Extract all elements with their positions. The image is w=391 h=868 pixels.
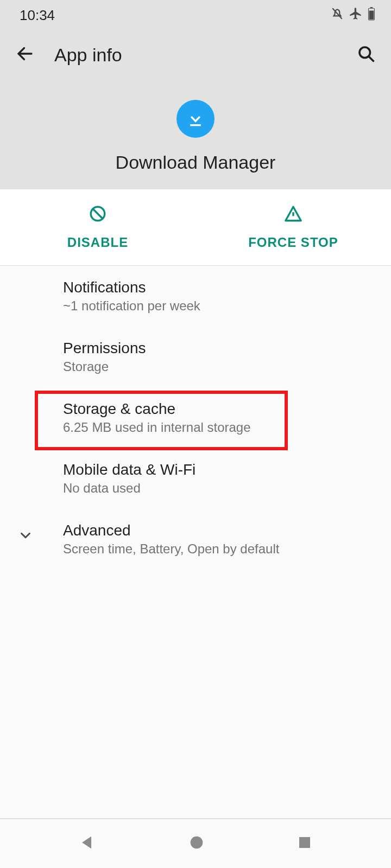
- status-bar: 10:34: [0, 0, 391, 30]
- item-sub: Storage: [63, 359, 391, 374]
- header: App info Download Manager: [0, 30, 391, 189]
- force-stop-button[interactable]: FORCE STOP: [195, 189, 391, 265]
- svg-rect-1: [370, 7, 373, 8]
- mute-icon: [330, 7, 344, 24]
- action-row: DISABLE FORCE STOP: [0, 189, 391, 266]
- settings-list: Notifications ~1 notification per week P…: [0, 266, 391, 570]
- item-sub: ~1 notification per week: [63, 298, 391, 314]
- back-button[interactable]: [15, 44, 35, 66]
- item-title: Mobile data & Wi-Fi: [63, 461, 391, 478]
- advanced-item[interactable]: Advanced Screen time, Battery, Open by d…: [0, 509, 391, 570]
- search-button[interactable]: [356, 44, 376, 66]
- item-title: Advanced: [63, 522, 391, 539]
- item-sub: Screen time, Battery, Open by default: [63, 541, 391, 557]
- svg-rect-4: [190, 124, 201, 126]
- disable-icon: [89, 205, 107, 226]
- page-title: App info: [54, 44, 122, 66]
- item-sub: 6.25 MB used in internal storage: [63, 420, 391, 435]
- warning-icon: [284, 205, 302, 226]
- airplane-icon: [349, 7, 363, 24]
- battery-icon: [367, 7, 376, 24]
- svg-rect-2: [369, 10, 374, 19]
- item-title: Permissions: [63, 340, 391, 357]
- svg-rect-7: [299, 837, 310, 848]
- chevron-down-icon: [17, 527, 34, 546]
- storage-cache-item[interactable]: Storage & cache 6.25 MB used in internal…: [0, 387, 391, 448]
- status-time: 10:34: [20, 7, 55, 24]
- permissions-item[interactable]: Permissions Storage: [0, 327, 391, 387]
- force-stop-label: FORCE STOP: [248, 235, 338, 250]
- navigation-bar: [0, 818, 391, 868]
- app-name: Download Manager: [116, 152, 276, 173]
- mobile-data-wifi-item[interactable]: Mobile data & Wi-Fi No data used: [0, 448, 391, 509]
- notifications-item[interactable]: Notifications ~1 notification per week: [0, 266, 391, 327]
- nav-back-button[interactable]: [78, 833, 97, 854]
- item-title: Notifications: [63, 279, 391, 296]
- item-title: Storage & cache: [63, 400, 391, 418]
- nav-recent-button[interactable]: [297, 834, 313, 853]
- disable-button[interactable]: DISABLE: [0, 189, 195, 265]
- app-icon: [176, 100, 215, 138]
- item-sub: No data used: [63, 481, 391, 496]
- nav-home-button[interactable]: [187, 833, 206, 854]
- disable-label: DISABLE: [67, 235, 128, 250]
- svg-point-6: [191, 837, 203, 849]
- status-icons: [330, 7, 376, 24]
